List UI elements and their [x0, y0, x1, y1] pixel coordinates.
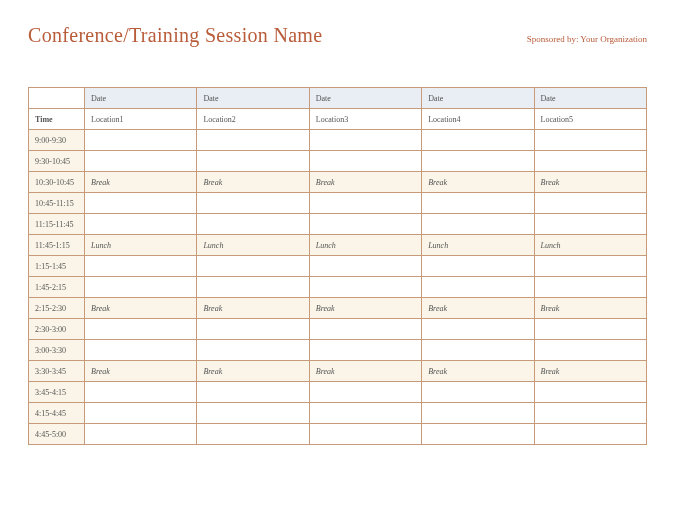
document-header: Conference/Training Session Name Sponsor…	[28, 24, 647, 47]
table-row: 2:15-2:30BreakBreakBreakBreakBreak	[29, 298, 647, 319]
time-label: Time	[29, 109, 85, 130]
table-row: 4:15-4:45	[29, 403, 647, 424]
session-cell	[534, 214, 646, 235]
session-cell	[309, 214, 421, 235]
time-cell: 10:30-10:45	[29, 172, 85, 193]
time-cell: 1:45-2:15	[29, 277, 85, 298]
session-cell	[309, 130, 421, 151]
sponsor-text: Sponsored by: Your Organization	[527, 34, 647, 44]
table-row: 10:45-11:15	[29, 193, 647, 214]
time-cell: 10:45-11:15	[29, 193, 85, 214]
session-cell: Break	[309, 298, 421, 319]
table-row: 11:45-1:15LunchLunchLunchLunchLunch	[29, 235, 647, 256]
session-cell	[197, 214, 309, 235]
session-cell	[197, 130, 309, 151]
session-cell: Break	[197, 361, 309, 382]
session-cell	[534, 193, 646, 214]
session-cell	[422, 424, 534, 445]
session-cell	[422, 277, 534, 298]
session-cell	[422, 340, 534, 361]
location-cell: Location4	[422, 109, 534, 130]
time-cell: 4:45-5:00	[29, 424, 85, 445]
time-cell: 11:15-11:45	[29, 214, 85, 235]
date-header: Date	[85, 88, 197, 109]
session-cell	[534, 382, 646, 403]
date-header: Date	[197, 88, 309, 109]
session-cell	[197, 403, 309, 424]
table-row: 11:15-11:45	[29, 214, 647, 235]
session-cell	[422, 214, 534, 235]
time-cell: 9:30-10:45	[29, 151, 85, 172]
session-cell	[422, 256, 534, 277]
table-row: 1:45-2:15	[29, 277, 647, 298]
table-row: 4:45-5:00	[29, 424, 647, 445]
corner-cell	[29, 88, 85, 109]
session-cell	[85, 151, 197, 172]
session-cell	[422, 319, 534, 340]
session-cell	[309, 151, 421, 172]
session-cell	[422, 193, 534, 214]
date-header: Date	[422, 88, 534, 109]
time-cell: 3:00-3:30	[29, 340, 85, 361]
session-cell	[85, 130, 197, 151]
date-header: Date	[534, 88, 646, 109]
session-cell	[534, 319, 646, 340]
table-row: 1:15-1:45	[29, 256, 647, 277]
date-header: Date	[309, 88, 421, 109]
session-cell	[85, 214, 197, 235]
session-cell: Break	[534, 361, 646, 382]
session-cell	[85, 319, 197, 340]
session-cell: Break	[534, 298, 646, 319]
session-cell	[85, 193, 197, 214]
time-cell: 3:45-4:15	[29, 382, 85, 403]
session-cell	[309, 340, 421, 361]
session-cell: Break	[422, 298, 534, 319]
time-cell: 1:15-1:45	[29, 256, 85, 277]
session-cell	[422, 151, 534, 172]
session-cell: Break	[85, 361, 197, 382]
session-cell: Break	[422, 172, 534, 193]
session-cell	[534, 256, 646, 277]
session-cell	[85, 424, 197, 445]
session-cell	[85, 277, 197, 298]
session-cell: Lunch	[197, 235, 309, 256]
session-cell	[85, 340, 197, 361]
session-cell: Break	[85, 298, 197, 319]
session-cell	[309, 424, 421, 445]
session-cell	[534, 130, 646, 151]
session-cell: Break	[197, 172, 309, 193]
session-cell: Break	[309, 361, 421, 382]
session-cell	[197, 256, 309, 277]
session-cell	[197, 319, 309, 340]
session-cell	[197, 151, 309, 172]
session-cell	[197, 424, 309, 445]
table-row: 3:45-4:15	[29, 382, 647, 403]
session-cell: Break	[309, 172, 421, 193]
session-cell: Break	[422, 361, 534, 382]
session-cell	[534, 151, 646, 172]
session-cell	[309, 193, 421, 214]
session-cell	[534, 424, 646, 445]
session-cell	[197, 277, 309, 298]
session-cell	[197, 382, 309, 403]
session-cell: Break	[85, 172, 197, 193]
session-cell: Lunch	[422, 235, 534, 256]
session-cell	[85, 256, 197, 277]
location-cell: Location2	[197, 109, 309, 130]
session-cell: Lunch	[309, 235, 421, 256]
session-cell: Break	[534, 172, 646, 193]
session-cell	[309, 403, 421, 424]
time-cell: 4:15-4:45	[29, 403, 85, 424]
table-row: 3:30-3:45BreakBreakBreakBreakBreak	[29, 361, 647, 382]
table-row: 10:30-10:45BreakBreakBreakBreakBreak	[29, 172, 647, 193]
schedule-body: 9:00-9:309:30-10:4510:30-10:45BreakBreak…	[29, 130, 647, 445]
session-cell	[534, 403, 646, 424]
session-cell	[309, 256, 421, 277]
table-row: 9:30-10:45	[29, 151, 647, 172]
session-cell	[197, 340, 309, 361]
location-cell: Location3	[309, 109, 421, 130]
session-cell	[534, 277, 646, 298]
time-cell: 2:15-2:30	[29, 298, 85, 319]
time-cell: 9:00-9:30	[29, 130, 85, 151]
session-cell	[85, 403, 197, 424]
